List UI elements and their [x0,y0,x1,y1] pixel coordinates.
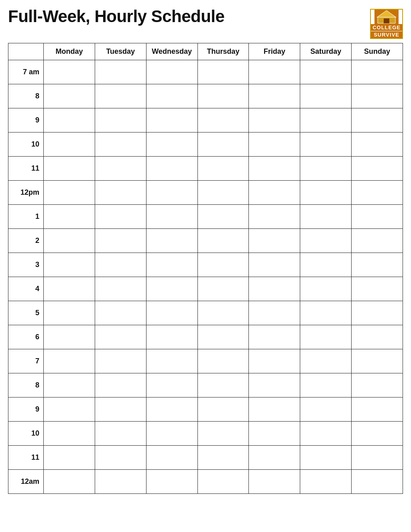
schedule-cell[interactable] [352,205,403,229]
schedule-cell[interactable] [352,470,403,494]
schedule-cell[interactable] [249,301,300,325]
schedule-cell[interactable] [95,84,146,108]
schedule-cell[interactable] [300,84,352,108]
schedule-cell[interactable] [44,229,95,253]
schedule-cell[interactable] [300,373,352,397]
schedule-cell[interactable] [146,229,197,253]
schedule-cell[interactable] [95,277,146,301]
schedule-cell[interactable] [352,157,403,181]
schedule-cell[interactable] [95,373,146,397]
schedule-cell[interactable] [146,277,197,301]
schedule-cell[interactable] [146,60,197,84]
schedule-cell[interactable] [44,301,95,325]
schedule-cell[interactable] [197,157,249,181]
schedule-cell[interactable] [95,397,146,422]
schedule-cell[interactable] [300,60,352,84]
schedule-cell[interactable] [249,84,300,108]
schedule-cell[interactable] [300,181,352,205]
schedule-cell[interactable] [352,446,403,470]
schedule-cell[interactable] [44,373,95,397]
schedule-cell[interactable] [44,470,95,494]
schedule-cell[interactable] [300,132,352,157]
schedule-cell[interactable] [44,349,95,373]
schedule-cell[interactable] [352,422,403,446]
schedule-cell[interactable] [352,60,403,84]
schedule-cell[interactable] [197,205,249,229]
schedule-cell[interactable] [44,325,95,349]
schedule-cell[interactable] [146,422,197,446]
schedule-cell[interactable] [95,253,146,277]
schedule-cell[interactable] [95,470,146,494]
schedule-cell[interactable] [249,132,300,157]
schedule-cell[interactable] [95,229,146,253]
schedule-cell[interactable] [249,229,300,253]
schedule-cell[interactable] [249,181,300,205]
schedule-cell[interactable] [95,60,146,84]
schedule-cell[interactable] [300,108,352,132]
schedule-cell[interactable] [300,277,352,301]
schedule-cell[interactable] [197,253,249,277]
schedule-cell[interactable] [44,277,95,301]
schedule-cell[interactable] [44,108,95,132]
schedule-cell[interactable] [146,373,197,397]
schedule-cell[interactable] [197,397,249,422]
schedule-cell[interactable] [44,422,95,446]
schedule-cell[interactable] [146,205,197,229]
schedule-cell[interactable] [146,349,197,373]
schedule-cell[interactable] [95,422,146,446]
schedule-cell[interactable] [44,84,95,108]
schedule-cell[interactable] [197,373,249,397]
schedule-cell[interactable] [95,108,146,132]
schedule-cell[interactable] [300,349,352,373]
schedule-cell[interactable] [300,301,352,325]
schedule-cell[interactable] [44,60,95,84]
schedule-cell[interactable] [146,446,197,470]
schedule-cell[interactable] [197,470,249,494]
schedule-cell[interactable] [197,181,249,205]
schedule-cell[interactable] [146,397,197,422]
schedule-cell[interactable] [95,157,146,181]
schedule-cell[interactable] [197,301,249,325]
schedule-cell[interactable] [95,325,146,349]
schedule-cell[interactable] [249,349,300,373]
schedule-cell[interactable] [146,157,197,181]
schedule-cell[interactable] [146,108,197,132]
schedule-cell[interactable] [146,181,197,205]
schedule-cell[interactable] [352,229,403,253]
schedule-cell[interactable] [249,470,300,494]
schedule-cell[interactable] [197,446,249,470]
schedule-cell[interactable] [352,397,403,422]
schedule-cell[interactable] [95,349,146,373]
schedule-cell[interactable] [300,205,352,229]
schedule-cell[interactable] [249,422,300,446]
schedule-cell[interactable] [352,84,403,108]
schedule-cell[interactable] [352,181,403,205]
schedule-cell[interactable] [197,277,249,301]
schedule-cell[interactable] [249,108,300,132]
schedule-cell[interactable] [249,277,300,301]
schedule-cell[interactable] [44,181,95,205]
schedule-cell[interactable] [300,325,352,349]
schedule-cell[interactable] [352,253,403,277]
schedule-cell[interactable] [44,397,95,422]
schedule-cell[interactable] [146,132,197,157]
schedule-cell[interactable] [95,446,146,470]
schedule-cell[interactable] [249,157,300,181]
schedule-cell[interactable] [197,229,249,253]
schedule-cell[interactable] [197,325,249,349]
schedule-cell[interactable] [44,132,95,157]
schedule-cell[interactable] [249,325,300,349]
schedule-cell[interactable] [300,157,352,181]
schedule-cell[interactable] [197,84,249,108]
schedule-cell[interactable] [249,373,300,397]
schedule-cell[interactable] [44,446,95,470]
schedule-cell[interactable] [44,205,95,229]
schedule-cell[interactable] [44,157,95,181]
schedule-cell[interactable] [352,301,403,325]
schedule-cell[interactable] [95,301,146,325]
schedule-cell[interactable] [300,229,352,253]
schedule-cell[interactable] [146,470,197,494]
schedule-cell[interactable] [352,373,403,397]
schedule-cell[interactable] [300,397,352,422]
schedule-cell[interactable] [44,253,95,277]
